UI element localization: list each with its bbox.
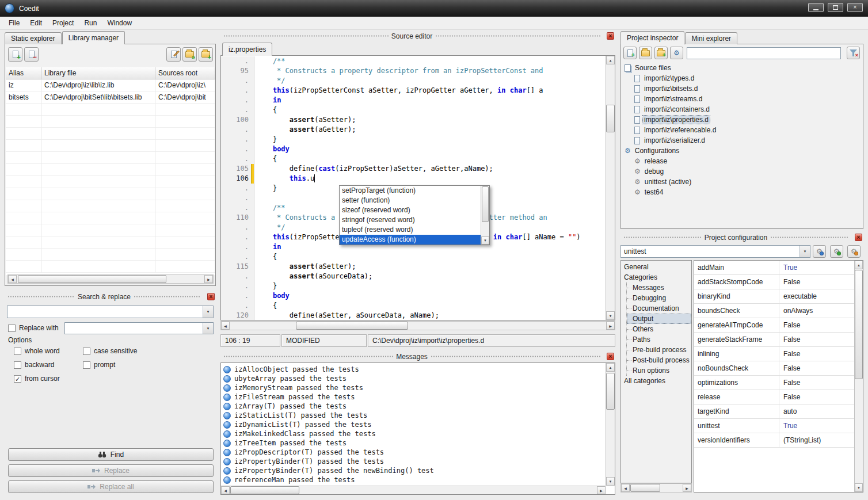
property-value[interactable]: False [779,275,854,289]
library-row[interactable] [6,224,215,236]
editor-vscrollbar[interactable]: ▲ ▼ [606,56,615,320]
tree-node-config-unittest-active[interactable]: ⚙unittest (active) [623,177,861,187]
find-button[interactable]: Find [8,448,214,461]
checkbox-backward[interactable]: backward [14,360,60,369]
library-column-library-file[interactable]: Library file [41,67,155,79]
category-output[interactable]: Output [627,314,691,324]
scroll-up-button[interactable]: ▲ [606,363,615,372]
property-row[interactable]: inliningFalse [694,347,854,361]
tree-node-import-iz-referencable-d[interactable]: import\iz\referencable.d [623,125,861,135]
category-messages[interactable]: Messages [627,283,691,293]
category-hscrollbar[interactable]: ◀ ▶ [620,483,692,493]
library-row[interactable] [6,261,215,273]
add-file-button[interactable]: + [623,47,637,59]
tree-node-import-iz-bitsets-d[interactable]: import\iz\bitsets.d [623,83,861,94]
tab-iz-properties[interactable]: iz.properties [222,43,272,56]
code-line[interactable]: 115 assert(aSetter); [221,262,606,272]
library-column-sources-root[interactable]: Sources root [155,67,215,79]
configuration-selector[interactable]: unittest ▼ [620,245,810,258]
open-library-folder-button[interactable]: » [182,47,197,62]
search-term-combobox[interactable]: ▼ [7,306,214,318]
property-value[interactable]: False [779,361,854,375]
tree-node-import-iz-containers-d[interactable]: import\iz\containers.d [623,104,861,114]
property-row[interactable]: unittestTrue [694,419,854,433]
tab-project-inspector[interactable]: Project inspector [620,31,684,44]
property-grid-vscrollbar[interactable]: ▲ ▼ [854,261,863,492]
message-row[interactable]: referenceMan passed the tests [221,475,606,484]
scroll-down-button[interactable]: ▼ [481,236,489,245]
code-line[interactable]: . } [221,281,606,291]
message-row[interactable]: izFileStream passed the tests [221,392,606,402]
scroll-thumb[interactable] [18,275,166,283]
code-line[interactable]: . */ [221,76,606,86]
message-row[interactable]: izMakeLinkedClass passed the tests [221,429,606,438]
code-line[interactable]: . body [221,291,606,301]
property-row[interactable]: addStackStompCodeFalse [694,275,854,289]
property-value[interactable]: True [779,261,854,274]
category-all-categories[interactable]: All categories [621,376,691,386]
message-row[interactable]: izPropertyBinder(T) passed the newBindin… [221,466,606,475]
library-row[interactable] [6,249,215,261]
filter-button[interactable]: × [847,47,860,59]
checkbox-box[interactable] [83,361,90,369]
property-row[interactable]: noBoundsCheckFalse [694,361,854,376]
checkbox-prompt[interactable]: prompt [83,360,137,369]
scroll-down-button[interactable]: ▼ [606,311,615,320]
library-row[interactable] [6,140,215,152]
library-row[interactable] [6,236,215,249]
chevron-down-icon[interactable]: ▼ [203,323,213,334]
scroll-thumb[interactable] [482,186,489,222]
tools-button[interactable]: ⚙ [670,47,683,59]
library-row[interactable] [6,188,215,200]
message-row[interactable]: izStaticList(T) passed the tests [221,411,606,420]
close-panel-button[interactable]: × [607,353,614,360]
scroll-thumb[interactable] [606,373,615,410]
chevron-down-icon[interactable]: ▼ [800,246,810,257]
replace-term-combobox[interactable]: ▼ [64,322,214,334]
tab-mini-explorer[interactable]: Mini explorer [685,32,737,44]
checkbox-box[interactable] [14,348,21,355]
completion-item[interactable]: sizeof (reserved word) [340,205,481,215]
property-row[interactable]: boundsCheckonAlways [694,304,854,318]
message-row[interactable]: ubyteArray passed the tests [221,374,606,383]
property-value[interactable]: True [779,419,854,433]
tree-node-import-iz-properties-d[interactable]: import\iz\properties.d [623,114,861,125]
tree-node-source-files[interactable]: Source files [623,63,861,73]
property-value[interactable]: False [779,333,854,346]
library-row[interactable] [6,104,215,116]
checkbox-whole-word[interactable]: whole word [14,346,60,356]
checkbox-box[interactable] [83,348,90,355]
add-folder-button[interactable]: + [654,47,668,59]
tree-node-config-test64[interactable]: ⚙test64 [623,187,861,197]
messages-vscrollbar[interactable]: ▲ ▼ [606,363,615,486]
library-hscrollbar[interactable]: ◀ ▶ [7,274,214,284]
completion-item[interactable]: tupleof (reserved word) [340,225,481,235]
message-row[interactable]: izMemoryStream passed the tests [221,383,606,392]
code-line[interactable]: 100 assert(aSetter); [221,115,606,125]
scroll-left-button[interactable]: ◀ [221,322,230,330]
tree-node-import-iz-serializer-d[interactable]: import\iz\serializer.d [623,135,861,146]
property-value[interactable]: False [779,390,854,404]
tree-node-config-debug[interactable]: ⚙debug [623,166,861,177]
library-row[interactable] [6,212,215,224]
message-row[interactable]: izAllocObject passed the tests [221,365,606,374]
category-general[interactable]: General [621,262,691,272]
category-debugging[interactable]: Debugging [627,293,691,303]
code-line[interactable]: . assert(aGetter); [221,125,606,135]
category-pre-build-process[interactable]: Pre-build process [627,345,691,355]
checkbox-box[interactable] [14,361,21,369]
completion-item[interactable]: setter (function) [340,196,481,205]
scroll-thumb[interactable] [230,486,299,494]
open-folder-button[interactable] [639,47,652,59]
code-editor[interactable]: . /**95 * Constructs a property descript… [220,55,615,320]
code-line[interactable]: . } [221,135,606,144]
message-row[interactable]: izTreeItem passed the tests [221,438,606,448]
category-others[interactable]: Others [627,324,691,334]
property-row[interactable]: binaryKindexecutable [694,289,854,304]
menu-item-project[interactable]: Project [47,17,79,29]
maximize-button[interactable] [828,3,843,12]
category-run-options[interactable]: Run options [627,365,691,376]
remove-library-button[interactable]: − [24,47,39,62]
code-line[interactable]: . in [221,96,606,105]
scroll-up-button[interactable]: ▲ [855,261,863,269]
